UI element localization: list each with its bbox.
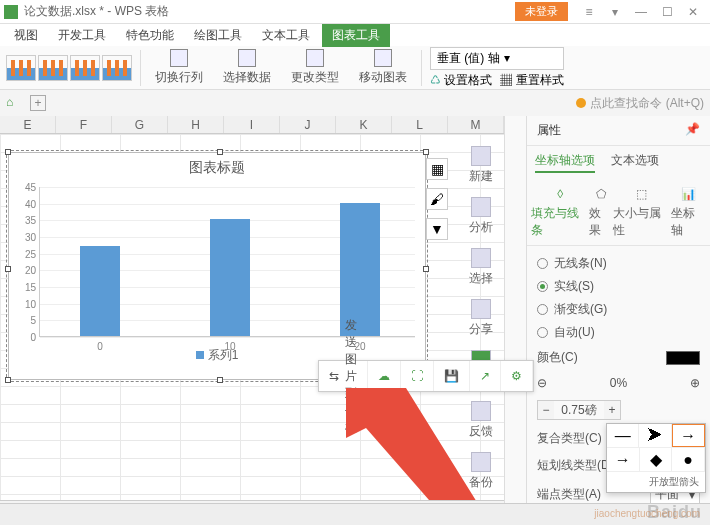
pin-icon[interactable]: 📌 [685,122,700,139]
embedded-chart[interactable]: 图表标题 05101520253035404501020 系列1 [8,152,426,380]
col-header[interactable]: J [280,116,336,133]
color-swatch[interactable] [666,351,700,365]
rail-new[interactable]: 新建 [469,142,493,189]
menu-icon[interactable]: ≡ [576,2,602,22]
menu-text[interactable]: 文本工具 [254,25,318,46]
resize-handle[interactable] [5,377,11,383]
line-solid-radio[interactable]: 实线(S) [537,275,700,298]
maximize-button[interactable]: ☐ [654,2,680,22]
chart-style-thumb[interactable] [6,55,36,81]
menu-drawing[interactable]: 绘图工具 [186,25,250,46]
move-chart-button[interactable]: 移动图表 [353,47,413,88]
arrow-option[interactable]: ● [672,448,705,471]
line-gradient-radio[interactable]: 渐变线(G) [537,298,700,321]
axis-combo[interactable]: 垂直 (值) 轴▾ [430,47,564,70]
fill-line-tab[interactable]: ◊填充与线条 [531,185,589,239]
arrow-option[interactable]: — [607,424,639,447]
resize-handle[interactable] [5,149,11,155]
change-type-button[interactable]: 更改类型 [285,47,345,88]
chart-style-thumb[interactable] [102,55,132,81]
menu-devtools[interactable]: 开发工具 [50,25,114,46]
new-tab-button[interactable]: + [30,95,46,111]
save-button[interactable]: 💾 [434,361,470,391]
backup-icon [471,452,491,472]
fullscreen-button[interactable]: ⛶ [401,361,434,391]
menu-view[interactable]: 视图 [6,25,46,46]
chart-filter-button[interactable]: ▼ [426,218,448,240]
close-button[interactable]: ✕ [680,2,706,22]
chart-plot[interactable]: 05101520253035404501020 [39,187,415,337]
rail-backup[interactable]: 备份 [469,448,493,495]
share-icon [471,299,491,319]
rail-analyze[interactable]: 分析 [469,193,493,240]
axis-icon: 📊 [679,185,697,203]
text-options-tab[interactable]: 文本选项 [611,152,659,173]
set-format-button[interactable]: ♺ 设置格式 [430,72,492,89]
chart-icon [306,49,324,67]
move-icon [374,49,392,67]
title-bar: 论文数据.xlsx * - WPS 表格 未登录 ≡ ▾ — ☐ ✕ [0,0,710,24]
dropdown-icon[interactable]: ▾ [602,2,628,22]
reset-style-button[interactable]: ▦ 重置样式 [500,72,563,89]
size-tab[interactable]: ⬚大小与属性 [613,185,671,239]
chart-style-thumb[interactable] [70,55,100,81]
plus-icon[interactable]: ⊕ [690,376,700,390]
col-header[interactable]: I [224,116,280,133]
col-header[interactable]: L [392,116,448,133]
arrow-option[interactable]: ◆ [640,448,673,471]
col-header[interactable]: M [448,116,504,133]
home-tab-icon[interactable]: ⌂ [6,95,22,111]
select-data-button[interactable]: 选择数据 [217,47,277,88]
minimize-button[interactable]: — [628,2,654,22]
chart-style-thumb[interactable] [38,55,68,81]
bulb-icon [576,98,586,108]
arrow-option[interactable]: ⮞ [639,424,671,447]
col-header[interactable]: H [168,116,224,133]
axis-tab[interactable]: 📊坐标轴 [671,185,706,239]
line-none-radio[interactable]: 无线条(N) [537,252,700,275]
effects-tab[interactable]: ⬠效果 [589,185,612,239]
transparency-row: ⊖ 0% ⊕ [537,371,700,395]
axis-options-tab[interactable]: 坐标轴选项 [535,152,595,173]
resize-handle[interactable] [217,149,223,155]
col-header[interactable]: G [112,116,168,133]
menu-bar: 视图 开发工具 特色功能 绘图工具 文本工具 图表工具 [0,24,710,46]
chart-elements-button[interactable]: ▦ [426,158,448,180]
spreadsheet[interactable]: E F G H I J K L M 图表标题 05101520253035404… [0,116,504,522]
arrow-option[interactable]: → [607,448,640,471]
effects-icon: ⬠ [592,185,610,203]
width-spinner[interactable]: − 0.75磅 + [537,400,621,420]
arrow-option-selected[interactable]: → [672,424,705,447]
resize-handle[interactable] [423,266,429,272]
rail-select[interactable]: 选择 [469,244,493,291]
chart-styles-button[interactable]: 🖌 [426,188,448,210]
transparency-value: 0% [610,376,627,390]
app-icon [4,5,18,19]
panel-strip[interactable] [505,116,527,522]
switch-row-col-button[interactable]: 切换行列 [149,47,209,88]
decrement-button[interactable]: − [538,401,554,419]
line-auto-radio[interactable]: 自动(U) [537,321,700,344]
menu-special[interactable]: 特色功能 [118,25,182,46]
rail-share[interactable]: 分享 [469,295,493,342]
rail-feedback[interactable]: 反馈 [469,397,493,444]
minus-icon[interactable]: ⊖ [537,376,547,390]
col-header[interactable]: F [56,116,112,133]
export-button[interactable]: ↗ [470,361,501,391]
resize-handle[interactable] [5,266,11,272]
col-header[interactable]: K [336,116,392,133]
width-value[interactable]: 0.75磅 [554,402,604,419]
side-rail: 新建 分析 选择 分享 属性 反馈 备份 [458,136,504,495]
chart-style-gallery[interactable] [6,55,132,81]
resize-handle[interactable] [217,377,223,383]
menu-chart-tools[interactable]: 图表工具 [322,24,390,47]
settings-button[interactable]: ⚙ [501,361,533,391]
send-to-phone-button[interactable]: ⇆发送图片到手机 [319,361,368,391]
cloud-button[interactable]: ☁ [368,361,401,391]
chart-title[interactable]: 图表标题 [9,153,425,183]
resize-handle[interactable] [423,149,429,155]
increment-button[interactable]: + [604,401,620,419]
command-search[interactable]: 点此查找命令 (Alt+Q) [576,95,704,112]
col-header[interactable]: E [0,116,56,133]
login-badge[interactable]: 未登录 [515,2,568,21]
